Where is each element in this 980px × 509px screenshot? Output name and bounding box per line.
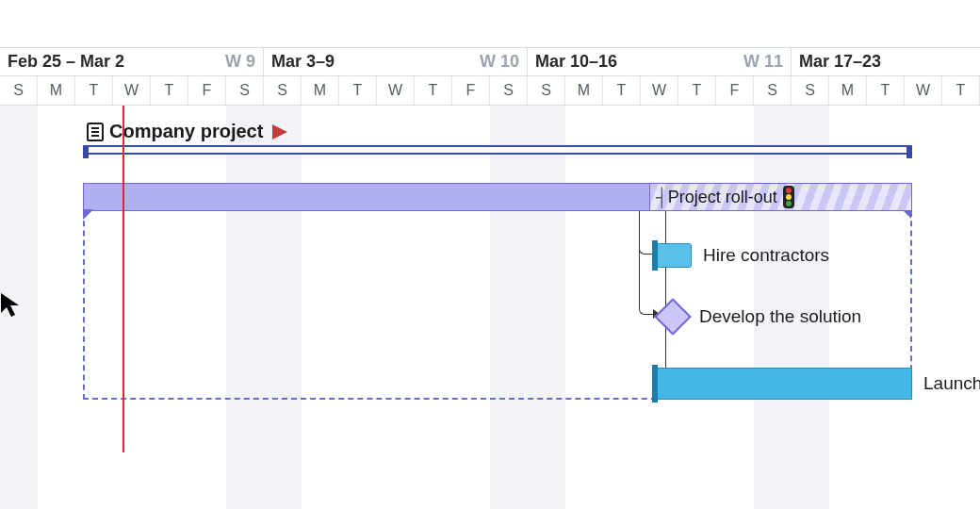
week-cell-w10[interactable]: Mar 3–9 W 10	[264, 48, 528, 75]
week-range: Feb 25 – Mar 2	[8, 52, 124, 72]
week-range: Mar 3–9	[271, 52, 335, 72]
project-summary-bar[interactable]	[83, 145, 912, 155]
day-cell[interactable]: W	[641, 76, 678, 105]
day-cell[interactable]: S	[792, 76, 829, 105]
task-bar-hire[interactable]	[654, 243, 692, 268]
day-cell[interactable]: S	[490, 76, 528, 105]
project-title: Company project	[109, 121, 263, 142]
week-row: Feb 25 – Mar 2 W 9 Mar 3–9 W 10 Mar 10–1…	[0, 48, 980, 76]
day-cell[interactable]: M	[302, 76, 339, 105]
day-row: SMTWTFSSMTWTFSSMTWTFSSMTWT	[0, 76, 980, 105]
day-cell[interactable]: S	[226, 76, 264, 105]
day-cell[interactable]: T	[75, 76, 113, 105]
day-cell[interactable]: F	[188, 76, 226, 105]
day-cell[interactable]: F	[452, 76, 490, 105]
task-label-hire: Hire contractors	[703, 243, 829, 268]
day-cell[interactable]: W	[113, 76, 151, 105]
today-line	[122, 106, 124, 452]
week-number: W 10	[480, 52, 519, 72]
day-cell[interactable]: W	[377, 76, 415, 105]
week-range: Mar 10–16	[535, 52, 617, 72]
week-cell-w9[interactable]: Feb 25 – Mar 2 W 9	[0, 48, 264, 75]
day-cell[interactable]: T	[678, 76, 716, 105]
day-cell[interactable]: T	[415, 76, 452, 105]
week-number: W 9	[225, 52, 255, 72]
gantt-chart[interactable]: Company project ┤ Project roll-out Hire …	[0, 106, 980, 509]
dependency-line	[665, 211, 666, 373]
day-cell[interactable]: M	[829, 76, 867, 105]
task-label-launch: Launch	[923, 368, 980, 400]
phase-rollout-segment[interactable]: ┤ Project roll-out	[649, 184, 911, 210]
clipboard-icon	[87, 123, 104, 141]
day-cell[interactable]: W	[905, 76, 942, 105]
day-cell[interactable]: S	[528, 76, 565, 105]
week-range: Mar 17–23	[799, 52, 881, 72]
week-number: W 11	[743, 52, 783, 72]
week-cell-w11[interactable]: Mar 10–16 W 11	[528, 48, 792, 75]
week-cell-w12[interactable]: Mar 17–23	[792, 48, 980, 75]
task-bar-launch[interactable]	[654, 368, 912, 400]
phase-label: Project roll-out	[668, 188, 777, 207]
day-cell[interactable]: S	[754, 76, 792, 105]
day-cell[interactable]: T	[867, 76, 905, 105]
day-cell[interactable]: M	[38, 76, 75, 105]
day-cell[interactable]: T	[339, 76, 377, 105]
project-title-row[interactable]: Company project	[87, 121, 287, 142]
day-cell[interactable]: T	[151, 76, 188, 105]
day-cell[interactable]: T	[942, 76, 980, 105]
day-cell[interactable]: M	[565, 76, 603, 105]
task-handle[interactable]	[652, 365, 658, 402]
phase-bar[interactable]: ┤ Project roll-out	[83, 183, 912, 211]
timeline-header: Feb 25 – Mar 2 W 9 Mar 3–9 W 10 Mar 10–1…	[0, 47, 980, 106]
task-label-develop: Develop the solution	[699, 304, 861, 330]
flag-icon	[272, 124, 287, 140]
day-cell[interactable]: T	[603, 76, 641, 105]
traffic-light-icon	[783, 186, 794, 208]
task-handle[interactable]	[652, 240, 658, 271]
day-cell[interactable]: F	[716, 76, 754, 105]
day-cell[interactable]: S	[0, 76, 38, 105]
day-cell[interactable]: S	[264, 76, 302, 105]
